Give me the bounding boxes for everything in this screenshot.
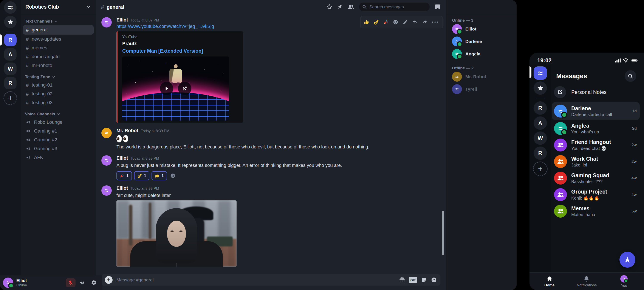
member-elliot[interactable]: Elliot — [452, 23, 513, 35]
server-icon-w[interactable]: W — [4, 62, 16, 75]
search-button[interactable] — [625, 70, 636, 82]
new-message-fab[interactable] — [620, 252, 636, 268]
react-party-button[interactable] — [383, 19, 389, 25]
search-icon — [628, 73, 633, 79]
reaction-thumbs-up[interactable]: 1 — [152, 171, 167, 180]
chat-row-friend-hangout[interactable]: Friend Hangout You: dead chat 💀 2w — [552, 137, 640, 153]
channel-memes[interactable]: memes — [23, 44, 94, 52]
section-testing-zone[interactable]: Testing Zone — [21, 73, 96, 81]
mute-microphone-button[interactable] — [66, 279, 76, 287]
members-button[interactable] — [348, 4, 354, 10]
attach-button[interactable] — [105, 276, 112, 284]
avatar[interactable] — [102, 155, 112, 166]
channel-testing-03[interactable]: testing-03 — [23, 98, 94, 107]
add-server-button[interactable] — [533, 161, 548, 176]
forward-button[interactable] — [422, 19, 428, 25]
chat-row-work-chat[interactable]: Work Chat Jake: lol 2w — [552, 153, 640, 170]
settings-button[interactable] — [89, 279, 99, 287]
channel-testing-01[interactable]: testing-01 — [23, 81, 94, 89]
member-angela[interactable]: Angela — [452, 48, 513, 60]
add-reaction-button[interactable] — [393, 19, 398, 25]
hash-icon — [26, 62, 29, 69]
server-icon-r[interactable]: R — [534, 101, 547, 115]
server-icon-w[interactable]: W — [534, 132, 547, 145]
server-icon-r2[interactable]: R — [4, 77, 16, 89]
server-icon-a[interactable]: A — [534, 117, 547, 130]
header-divider — [96, 14, 516, 14]
current-user-status: Online — [16, 283, 27, 288]
reaction-party[interactable]: 1 — [116, 171, 132, 180]
online-status-dot — [624, 279, 628, 283]
section-text-channels[interactable]: Text Channels — [21, 18, 96, 25]
app-logo[interactable] — [4, 1, 16, 14]
member-mr-robot[interactable]: Mr. Robot — [452, 70, 513, 83]
video-thumbnail[interactable] — [122, 56, 229, 121]
emoji-button[interactable] — [431, 277, 437, 283]
message-author[interactable]: Mr. Robot — [116, 128, 138, 134]
pinned-messages-button[interactable] — [337, 4, 343, 10]
member-tyrell[interactable]: Tyrell — [452, 83, 513, 95]
server-icon-a[interactable]: A — [4, 48, 16, 61]
gif-button[interactable]: GIF — [409, 277, 417, 283]
nav-you[interactable]: You — [611, 275, 637, 288]
server-icon-robotics-club[interactable]: R — [4, 34, 16, 46]
nav-notifications[interactable]: Notifications — [574, 276, 600, 288]
chat-timestamp: 2w — [632, 143, 637, 147]
add-server-button[interactable] — [4, 91, 17, 105]
open-external-button[interactable] — [178, 82, 191, 95]
search-input[interactable] — [369, 4, 426, 10]
channel-domo-arigato[interactable]: dōmo-arigatō — [23, 52, 94, 61]
favorite-channel-button[interactable] — [326, 4, 332, 10]
avatar[interactable] — [102, 185, 112, 196]
inbox-button[interactable] — [434, 4, 441, 10]
server-header[interactable]: Robotics Club — [21, 0, 96, 14]
react-ok-hand-button[interactable] — [374, 19, 379, 25]
favorites-button[interactable] — [534, 81, 547, 95]
play-button[interactable] — [160, 82, 173, 95]
gear-icon — [91, 280, 97, 286]
message-author[interactable]: Elliot — [116, 155, 128, 161]
deafen-button[interactable] — [77, 279, 87, 287]
message-author[interactable]: Elliot — [116, 185, 128, 191]
member-darlene[interactable]: Darlene — [452, 35, 513, 48]
reaction-ok-hand[interactable]: 1 — [134, 171, 150, 180]
react-thumbs-up-button[interactable] — [364, 19, 369, 25]
sticker-button[interactable] — [421, 277, 427, 283]
message-input[interactable] — [116, 277, 396, 283]
channel-mr-roboto[interactable]: mr-roboto — [23, 61, 94, 70]
chat-row-darlene[interactable]: Darlene Darlene started a call 1d — [552, 102, 640, 120]
nav-home[interactable]: Home — [536, 276, 562, 288]
embed-channel[interactable]: Prautz — [122, 41, 238, 46]
personal-notes-row[interactable]: Personal Notes — [554, 86, 640, 98]
chat-row-group-project[interactable]: Group Project Kenji: 🔥🔥🔥 4w — [552, 186, 640, 203]
favorites-button[interactable] — [4, 16, 16, 28]
voice-channel-gaming-3[interactable]: Gaming #3 — [23, 144, 94, 153]
channel-general[interactable]: general — [23, 25, 94, 35]
battery-icon — [631, 59, 638, 62]
message-author[interactable]: Elliot — [116, 17, 128, 23]
people-icon — [557, 192, 564, 197]
add-reaction-button[interactable] — [170, 173, 176, 178]
chat-row-memes[interactable]: Memes Mateo: haha 5w — [552, 203, 640, 219]
voice-channel-afk[interactable]: AFK — [23, 153, 94, 162]
avatar[interactable] — [3, 278, 13, 288]
chat-row-anglea[interactable]: Anglea You: what’s up 3d — [552, 120, 640, 137]
channel-news-updates[interactable]: news-updates — [23, 35, 94, 43]
edit-message-button[interactable] — [402, 19, 408, 25]
reply-button[interactable] — [412, 19, 418, 25]
voice-channel-gaming-2[interactable]: Gaming #2 — [23, 136, 94, 144]
voice-channel-robo-lounge[interactable]: Robo Lounge — [23, 118, 94, 127]
section-voice-channels[interactable]: Voice Channels — [21, 110, 96, 118]
hash-icon — [101, 4, 104, 10]
chat-row-gaming-squad[interactable]: Gaming Squad Basshunter: ??? 4w — [552, 170, 640, 186]
gift-button[interactable] — [399, 277, 405, 283]
avatar[interactable] — [102, 128, 112, 138]
avatar[interactable] — [102, 17, 112, 27]
chat-scrollbar[interactable] — [442, 211, 444, 255]
voice-channel-gaming-1[interactable]: Gaming #1 — [23, 127, 94, 135]
server-icon-r2[interactable]: R — [534, 146, 547, 160]
app-logo[interactable] — [534, 66, 547, 80]
channel-testing-02[interactable]: testing-02 — [23, 90, 94, 98]
embed-title[interactable]: Computer Man [Extended Version] — [122, 48, 238, 54]
attached-photo[interactable] — [116, 200, 236, 267]
